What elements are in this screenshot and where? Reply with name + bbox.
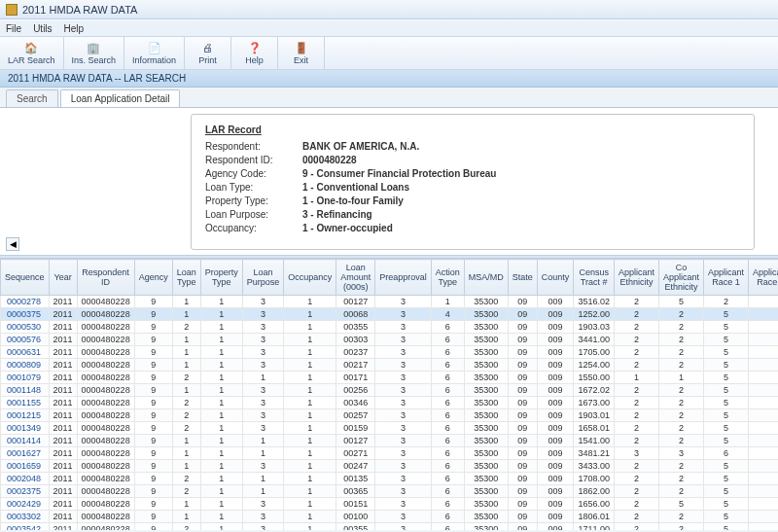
cell: 00159 (336, 422, 375, 435)
cell: 0000576 (1, 334, 50, 346)
lar-field-label: Property Type: (205, 195, 302, 206)
cell: 00100 (336, 511, 375, 523)
cell: 00068 (336, 308, 375, 321)
toolbar-informationbutton[interactable]: 📄Information (124, 37, 185, 69)
table-row[interactable]: 0002429201100004802289113100151363530009… (1, 498, 779, 511)
col-header[interactable]: Agency (134, 260, 172, 296)
tab-search[interactable]: Search (6, 89, 58, 107)
cell: 5 (658, 296, 703, 308)
menu-help[interactable]: Help (64, 23, 85, 34)
cell (749, 447, 778, 460)
cell: 3 (242, 498, 284, 511)
col-header[interactable]: Applicant Ethnicity (614, 260, 658, 296)
col-header[interactable]: Property Type (200, 260, 242, 296)
col-header[interactable]: Census Tract # (574, 260, 615, 296)
cell: 009 (537, 384, 574, 397)
cell: 00355 (336, 523, 375, 531)
menu-utils[interactable]: Utils (33, 23, 52, 34)
cell: 00217 (336, 359, 375, 372)
col-header[interactable]: Action Type (431, 260, 464, 296)
table-row[interactable]: 0001148201100004802289113100256363530009… (1, 384, 779, 397)
cell: 1 (172, 308, 200, 321)
table-row[interactable]: 0003542201100004802289213100355363530009… (1, 523, 779, 531)
cell: 0003302 (1, 511, 50, 523)
col-header[interactable]: Occupancy (284, 260, 336, 296)
cell: 5 (703, 460, 748, 473)
cell: 2011 (49, 397, 77, 409)
toolbar-exitbutton[interactable]: 🚪Exit (278, 37, 325, 69)
cell: 0001349 (1, 422, 50, 435)
toolbar-label: Information (132, 55, 176, 65)
table-row[interactable]: 0001155201100004802289213100346363530009… (1, 397, 779, 409)
col-header[interactable]: Applicant Race 2 (749, 260, 778, 296)
cell: 2 (658, 397, 703, 409)
menu-file[interactable]: File (6, 23, 21, 34)
table-row[interactable]: 0000278201100004802289113100127313530009… (1, 296, 779, 308)
cell: 1903.03 (574, 321, 615, 334)
cell: 9 (134, 460, 172, 473)
table-row[interactable]: 0000530201100004802289213100355363530009… (1, 321, 779, 334)
table-row[interactable]: 0001627201100004802289111100271363530009… (1, 447, 779, 460)
table-row[interactable]: 0001215201100004802289213100257363530009… (1, 409, 779, 422)
col-header[interactable]: Sequence (1, 260, 50, 296)
cell: 2 (614, 334, 658, 346)
cell: 1 (284, 296, 336, 308)
cell: 3 (375, 346, 432, 359)
col-header[interactable]: Loan Amount (000s) (336, 260, 375, 296)
table-row[interactable]: 0001079201100004802289211100171363530009… (1, 372, 779, 384)
col-header[interactable]: Applicant Race 1 (703, 260, 748, 296)
cell: 6 (431, 372, 464, 384)
cell: 009 (537, 334, 574, 346)
cell: 2 (658, 511, 703, 523)
cell: 5 (703, 523, 748, 531)
cell: 2 (658, 422, 703, 435)
col-header[interactable]: Preapproval (375, 260, 432, 296)
cell: 1 (284, 422, 336, 435)
cell (749, 397, 778, 409)
col-header[interactable]: Co Applicant Ethnicity (658, 260, 703, 296)
cell: 2011 (49, 308, 77, 321)
cell: 0000480228 (77, 372, 134, 384)
table-row[interactable]: 0003302201100004802289113100100363530009… (1, 511, 779, 523)
cell: 1 (200, 447, 242, 460)
col-header[interactable]: Loan Type (172, 260, 200, 296)
toolbar-printbutton[interactable]: 🖨Print (185, 37, 231, 69)
table-row[interactable]: 0000375201100004802289113100068343530009… (1, 308, 779, 321)
col-header[interactable]: MSA/MD (464, 260, 508, 296)
col-header[interactable]: County (537, 260, 574, 296)
cell: 1 (284, 372, 336, 384)
cell: 1 (658, 372, 703, 384)
table-row[interactable]: 0001349201100004802289213100159363530009… (1, 422, 779, 435)
data-grid[interactable]: SequenceYearRespondent IDAgencyLoan Type… (0, 259, 778, 530)
table-row[interactable]: 0001414201100004802289111100127363530009… (1, 435, 779, 447)
table-row[interactable]: 0001659201100004802289113100247363530009… (1, 460, 779, 473)
cell: 3 (375, 447, 432, 460)
col-header[interactable]: Loan Purpose (242, 260, 284, 296)
cell: 1 (284, 485, 336, 498)
cell: 1 (200, 435, 242, 447)
cell: 09 (508, 422, 537, 435)
toolbar-ins-searchbutton[interactable]: 🏢Ins. Search (64, 37, 125, 69)
lar-field-value: 1 - Conventional Loans (302, 182, 409, 193)
table-row[interactable]: 0000809201100004802289113100217363530009… (1, 359, 779, 372)
col-header[interactable]: Year (49, 260, 77, 296)
cell: 3 (375, 473, 432, 485)
cell: 2 (172, 409, 200, 422)
cell: 00247 (336, 460, 375, 473)
table-row[interactable]: 0000631201100004802289113100237363530009… (1, 346, 779, 359)
toolbar-lar-searchbutton[interactable]: 🏠LAR Search (0, 37, 64, 69)
cell (749, 422, 778, 435)
cell: 0001414 (1, 435, 50, 447)
collapse-left-icon[interactable]: ◀ (6, 237, 19, 251)
col-header[interactable]: Respondent ID (77, 260, 134, 296)
lar-field: Agency Code:9 - Consumer Financial Prote… (205, 168, 740, 179)
cell: 3 (375, 435, 432, 447)
table-row[interactable]: 0002048201100004802289211100135363530009… (1, 473, 779, 485)
tab-loan-application-detail[interactable]: Loan Application Detail (60, 89, 181, 107)
cell: 5 (703, 346, 748, 359)
table-row[interactable]: 0000576201100004802289113100303363530009… (1, 334, 779, 346)
cell: 1 (614, 372, 658, 384)
toolbar-helpbutton[interactable]: ❓Help (231, 37, 278, 69)
col-header[interactable]: State (508, 260, 537, 296)
table-row[interactable]: 0002375201100004802289211100365363530009… (1, 485, 779, 498)
